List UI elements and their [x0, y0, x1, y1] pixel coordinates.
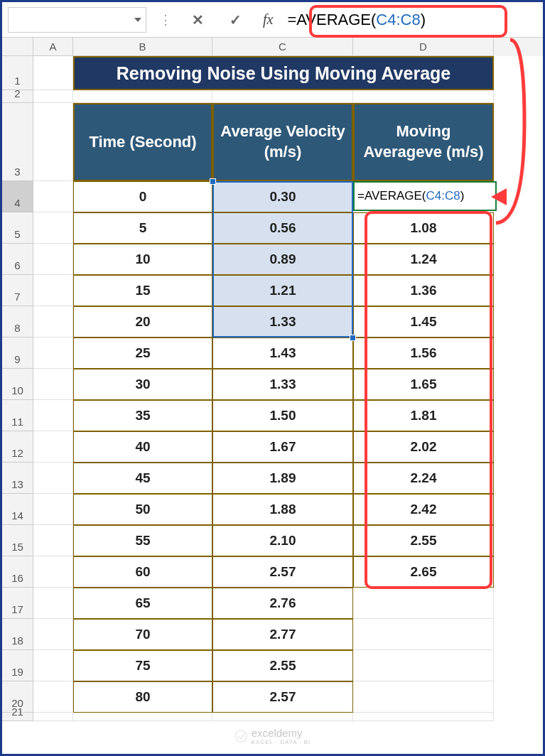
header-velocity[interactable]: Average Velocity (m/s)	[212, 103, 353, 181]
col-header-b[interactable]: B	[73, 38, 212, 56]
cell-a9[interactable]	[33, 338, 73, 369]
cell-a11[interactable]	[33, 400, 73, 431]
cell-a15[interactable]	[33, 525, 73, 556]
cell-c2[interactable]	[212, 90, 353, 103]
cell-b6[interactable]: 10	[73, 244, 212, 275]
row-header-18[interactable]: 18	[2, 619, 33, 650]
cell-d19[interactable]	[353, 650, 494, 681]
row-header-7[interactable]: 7	[2, 275, 33, 306]
row-header-5[interactable]: 5	[2, 212, 33, 244]
cell-a7[interactable]	[33, 275, 73, 306]
row-header-13[interactable]: 13	[2, 463, 33, 494]
cell-c20[interactable]: 2.57	[212, 681, 353, 713]
cell-b4[interactable]: 0	[73, 181, 212, 212]
cell-c8[interactable]: 1.33	[212, 306, 353, 338]
cell-a21[interactable]	[33, 713, 73, 721]
cell-d9[interactable]: 1.56	[353, 338, 494, 369]
cell-d11[interactable]: 1.81	[353, 400, 494, 431]
cell-b20[interactable]: 80	[73, 681, 212, 713]
selection-handle-tl[interactable]	[210, 178, 216, 185]
header-time[interactable]: Time (Second)	[73, 103, 212, 181]
enter-icon[interactable]: ✓	[230, 11, 242, 28]
cell-a14[interactable]	[33, 494, 73, 525]
cell-c18[interactable]: 2.77	[212, 619, 353, 650]
col-header-c[interactable]: C	[212, 38, 353, 56]
cell-b5[interactable]: 5	[73, 212, 212, 244]
cell-d2[interactable]	[353, 90, 494, 103]
cell-b15[interactable]: 55	[73, 525, 212, 556]
fx-icon[interactable]: fx	[263, 11, 273, 28]
cell-b12[interactable]: 40	[73, 431, 212, 463]
row-header-15[interactable]: 15	[2, 525, 33, 556]
cell-c14[interactable]: 1.88	[212, 494, 353, 525]
cell-a20[interactable]	[33, 681, 73, 713]
cell-d10[interactable]: 1.65	[353, 369, 494, 400]
header-moving-avg[interactable]: Moving Averageve (m/s)	[353, 103, 494, 181]
cell-d6[interactable]: 1.24	[353, 244, 494, 275]
cell-a12[interactable]	[33, 431, 73, 463]
cell-c12[interactable]: 1.67	[212, 431, 353, 463]
row-header-8[interactable]: 8	[2, 306, 33, 338]
name-box[interactable]	[8, 7, 146, 33]
cell-c21[interactable]	[212, 713, 353, 721]
cell-b11[interactable]: 35	[73, 400, 212, 431]
cell-d7[interactable]: 1.36	[353, 275, 494, 306]
editing-cell-d4[interactable]: =AVERAGE(C4:C8)	[353, 181, 497, 211]
cell-c11[interactable]: 1.50	[212, 400, 353, 431]
cell-a6[interactable]	[33, 244, 73, 275]
row-header-21[interactable]: 21	[2, 713, 33, 721]
title-cell[interactable]: Removing Noise Using Moving Average	[73, 56, 494, 90]
cell-c17[interactable]: 2.76	[212, 588, 353, 619]
cell-c15[interactable]: 2.10	[212, 525, 353, 556]
cell-b18[interactable]: 70	[73, 619, 212, 650]
cell-a1[interactable]	[33, 56, 73, 90]
cell-a2[interactable]	[33, 90, 73, 103]
cell-c9[interactable]: 1.43	[212, 338, 353, 369]
cell-a18[interactable]	[33, 619, 73, 650]
cell-b9[interactable]: 25	[73, 338, 212, 369]
row-header-14[interactable]: 14	[2, 494, 33, 525]
cell-c5[interactable]: 0.56	[212, 212, 353, 244]
cell-a5[interactable]	[33, 212, 73, 244]
cell-d12[interactable]: 2.02	[353, 431, 494, 463]
cell-b19[interactable]: 75	[73, 650, 212, 681]
cell-b13[interactable]: 45	[73, 463, 212, 494]
row-header-3[interactable]: 3	[2, 103, 33, 181]
cell-b8[interactable]: 20	[73, 306, 212, 338]
cell-d21[interactable]	[353, 713, 494, 721]
cell-a4[interactable]	[33, 181, 73, 212]
cell-a19[interactable]	[33, 650, 73, 681]
cell-b21[interactable]	[73, 713, 212, 721]
cell-d8[interactable]: 1.45	[353, 306, 494, 338]
cell-d15[interactable]: 2.55	[353, 525, 494, 556]
cell-a17[interactable]	[33, 588, 73, 619]
cell-d16[interactable]: 2.65	[353, 556, 494, 588]
cell-b16[interactable]: 60	[73, 556, 212, 588]
cell-c7[interactable]: 1.21	[212, 275, 353, 306]
row-header-1[interactable]: 1	[2, 56, 33, 90]
row-header-17[interactable]: 17	[2, 588, 33, 619]
select-all-corner[interactable]	[2, 38, 33, 56]
cell-c13[interactable]: 1.89	[212, 463, 353, 494]
cell-c4[interactable]: 0.30	[212, 181, 353, 212]
cell-b10[interactable]: 30	[73, 369, 212, 400]
cell-a3[interactable]	[33, 103, 73, 181]
cell-b2[interactable]	[73, 90, 212, 103]
row-header-9[interactable]: 9	[2, 338, 33, 369]
cell-d17[interactable]	[353, 588, 494, 619]
cell-a8[interactable]	[33, 306, 73, 338]
cell-a16[interactable]	[33, 556, 73, 588]
row-header-2[interactable]: 2	[2, 90, 33, 103]
row-header-19[interactable]: 19	[2, 650, 33, 681]
col-header-a[interactable]: A	[33, 38, 73, 56]
cell-c10[interactable]: 1.33	[212, 369, 353, 400]
row-header-11[interactable]: 11	[2, 400, 33, 431]
cell-b17[interactable]: 65	[73, 588, 212, 619]
selection-handle-br[interactable]	[350, 335, 356, 341]
cell-d13[interactable]: 2.24	[353, 463, 494, 494]
cell-c19[interactable]: 2.55	[212, 650, 353, 681]
row-header-16[interactable]: 16	[2, 556, 33, 588]
cell-d14[interactable]: 2.42	[353, 494, 494, 525]
cell-c6[interactable]: 0.89	[212, 244, 353, 275]
cell-d18[interactable]	[353, 619, 494, 650]
